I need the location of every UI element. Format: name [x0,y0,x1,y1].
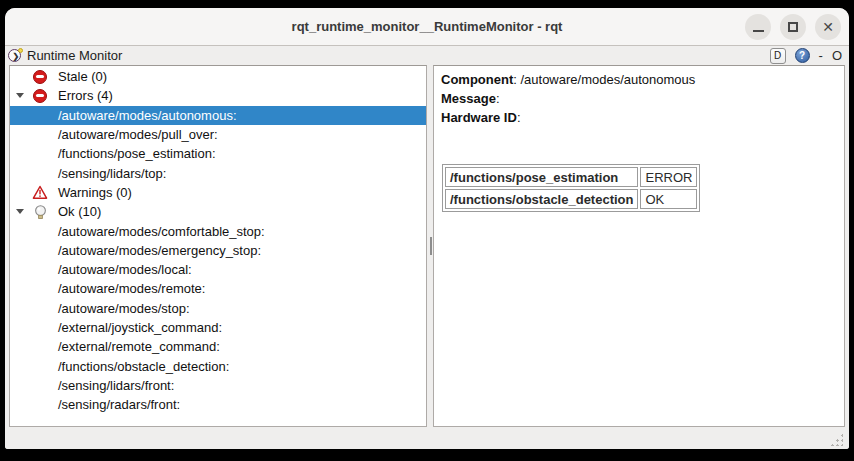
dock-title: Runtime Monitor [27,48,122,63]
tree-item-remote-command[interactable]: /external/remote_command: [10,337,426,356]
ok-bulb-icon [33,204,48,220]
maximize-button[interactable] [780,14,806,40]
message-line: Message: [441,89,837,108]
dock-d-button[interactable]: D [770,48,786,64]
tree-item-autonomous[interactable]: /autoware/modes/autonomous: [10,106,426,125]
title-bar: rqt_runtime_monitor__RuntimeMonitor - rq… [5,8,849,46]
tree-item-lidars-front[interactable]: /sensing/lidars/front: [10,376,426,395]
resize-grip-icon[interactable] [829,432,843,446]
close-icon: ✕ [822,20,834,34]
status-key: /functions/obstacle_detection [445,189,638,209]
tree-item-comfortable-stop[interactable]: /autoware/modes/comfortable_stop: [10,221,426,240]
hardware-id-line: Hardware ID: [441,108,837,127]
error-icon [33,89,47,103]
tree-item-stale[interactable]: Stale (0) [10,67,426,86]
warning-icon [32,185,48,200]
main-area: Stale (0) Errors (4) /autoware/modes/aut… [5,65,849,427]
tree-item-lidars-top[interactable]: /sensing/lidars/top: [10,163,426,182]
dock-minimize-button[interactable]: - [819,49,823,62]
help-icon[interactable]: ? [795,48,810,63]
tree-item-remote[interactable]: /autoware/modes/remote: [10,279,426,298]
splitter-grip-icon [430,237,432,255]
status-table: /functions/pose_estimation ERROR /functi… [442,164,700,212]
minimize-icon [753,30,764,32]
tree-item-emergency-stop[interactable]: /autoware/modes/emergency_stop: [10,241,426,260]
maximize-icon [788,22,798,32]
tree-item-errors[interactable]: Errors (4) [10,86,426,105]
diagnostics-tree: Stale (0) Errors (4) /autoware/modes/aut… [10,66,426,414]
status-value: OK [640,189,697,209]
window-title: rqt_runtime_monitor__RuntimeMonitor - rq… [292,19,563,34]
minimize-button[interactable] [745,14,771,40]
expander-down-icon[interactable] [16,209,24,214]
tree-item-pull-over[interactable]: /autoware/modes/pull_over: [10,125,426,144]
close-button[interactable]: ✕ [815,14,841,40]
runtime-monitor-plugin-icon: ❯ [8,48,23,63]
tree-item-obstacle-detection[interactable]: /functions/obstacle_detection: [10,356,426,375]
status-value: ERROR [640,167,697,187]
dock-undock-button[interactable]: O [832,49,842,62]
details-panel: Component: /autoware/modes/autonomous Me… [433,65,845,427]
stale-icon [33,70,47,84]
dock-header: ❯ Runtime Monitor D ? - O [5,46,849,65]
table-row: /functions/obstacle_detection OK [445,189,697,209]
tree-item-radars-front[interactable]: /sensing/radars/front: [10,395,426,414]
tree-item-ok[interactable]: Ok (10) [10,202,426,221]
status-bar [5,427,849,449]
expander-down-icon[interactable] [16,93,24,98]
tree-item-warnings[interactable]: Warnings (0) [10,183,426,202]
diagnostics-tree-panel: Stale (0) Errors (4) /autoware/modes/aut… [9,65,427,427]
component-line: Component: /autoware/modes/autonomous [441,70,837,89]
tree-item-stop[interactable]: /autoware/modes/stop: [10,299,426,318]
app-window: rqt_runtime_monitor__RuntimeMonitor - rq… [5,8,849,449]
table-row: /functions/pose_estimation ERROR [445,167,697,187]
tree-item-pose-estimation[interactable]: /functions/pose_estimation: [10,144,426,163]
tree-item-joystick-command[interactable]: /external/joystick_command: [10,318,426,337]
tree-item-local[interactable]: /autoware/modes/local: [10,260,426,279]
status-key: /functions/pose_estimation [445,167,638,187]
